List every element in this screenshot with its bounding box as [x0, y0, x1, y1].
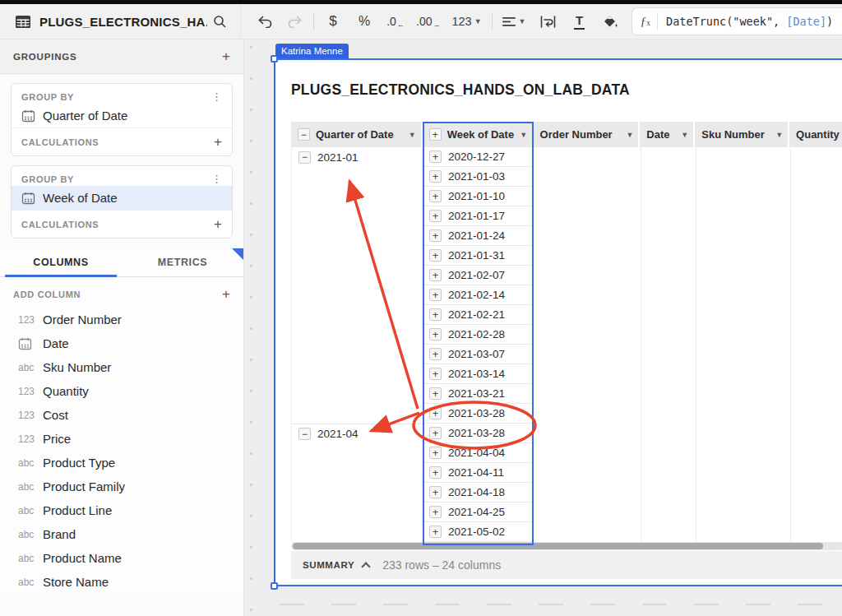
expand-row-button[interactable]: + — [429, 486, 442, 498]
chevron-up-icon[interactable] — [362, 562, 371, 571]
expand-row-button[interactable]: + — [429, 368, 442, 380]
collapse-row-button[interactable]: − — [298, 151, 311, 164]
horizontal-scrollbar-thumb[interactable] — [293, 543, 823, 549]
group-field-quarter-of-date[interactable]: Quarter of Date — [12, 104, 232, 127]
selection-handle-top-left[interactable] — [271, 55, 278, 63]
currency-format-button[interactable]: $ — [321, 9, 345, 34]
collapse-panel-icon[interactable] — [232, 248, 243, 260]
tab-columns[interactable]: COLUMNS — [0, 248, 122, 276]
week-row[interactable]: + 2021-03-14 — [423, 364, 534, 384]
selection-handle-bottom-left[interactable] — [271, 582, 278, 590]
column-list-item[interactable]: abc Sku Number — [0, 355, 243, 379]
expand-row-button[interactable]: + — [429, 229, 442, 242]
expand-collapse-button[interactable]: + — [429, 128, 442, 141]
chevron-down-icon[interactable]: ▼ — [520, 131, 527, 139]
expand-row-button[interactable]: + — [429, 308, 442, 321]
percent-format-button[interactable]: % — [352, 9, 377, 34]
week-row[interactable]: + 2021-05-02 — [423, 522, 534, 542]
expand-row-button[interactable]: + — [429, 348, 442, 360]
week-row[interactable]: + 2021-03-28 — [423, 424, 534, 443]
column-list-item[interactable]: abc Brand — [0, 522, 243, 546]
add-column-button[interactable]: + — [222, 287, 230, 301]
week-row[interactable]: + 2021-01-24 — [423, 226, 534, 246]
expand-row-button[interactable]: + — [429, 289, 442, 301]
week-row[interactable]: + 2021-03-21 — [423, 384, 534, 404]
kebab-menu-icon[interactable]: ⋮ — [211, 91, 222, 102]
week-row[interactable]: + 2021-04-04 — [423, 443, 534, 463]
week-row[interactable]: + 2021-01-10 — [423, 187, 534, 206]
number-format-dropdown[interactable]: 123▼ — [448, 9, 484, 34]
column-list-item[interactable]: Date — [0, 331, 243, 355]
redo-button[interactable] — [282, 9, 307, 34]
expand-row-button[interactable]: + — [429, 526, 442, 538]
kebab-menu-icon[interactable]: ⋮ — [211, 174, 222, 184]
column-list-item[interactable]: 123 Cost — [0, 403, 243, 427]
fill-color-button[interactable] — [599, 9, 623, 34]
quarter-of-date-column[interactable]: − 2021-01 − 2021-04 — [291, 147, 423, 542]
collapse-row-button[interactable]: − — [298, 428, 311, 440]
expand-row-button[interactable]: + — [429, 506, 442, 518]
week-row[interactable]: + 2021-03-28 — [423, 404, 534, 424]
document-title[interactable]: PLUGS_ELECTRONICS_HA… — [39, 15, 207, 29]
undo-button[interactable] — [252, 9, 277, 34]
group-field-week-of-date[interactable]: Week of Date — [12, 186, 232, 210]
week-row[interactable]: + 2021-01-31 — [423, 246, 534, 266]
week-row[interactable]: + 2021-01-03 — [423, 167, 534, 187]
week-row[interactable]: + 2021-02-21 — [423, 305, 534, 325]
wrap-text-button[interactable] — [536, 9, 561, 34]
quarter-group-row[interactable]: − 2021-04 — [292, 424, 423, 443]
week-row[interactable]: + 2021-04-18 — [423, 483, 534, 503]
week-row[interactable]: + 2021-01-17 — [423, 206, 534, 226]
chevron-down-icon[interactable]: ▼ — [775, 131, 783, 139]
increase-decimal-button[interactable]: .00→ — [413, 9, 443, 34]
expand-row-button[interactable]: + — [429, 407, 442, 419]
week-row[interactable]: + 2021-04-25 — [423, 503, 534, 522]
week-row[interactable]: + 2020-12-27 — [423, 147, 534, 167]
tab-metrics[interactable]: METRICS — [122, 248, 243, 276]
column-header-sku-number[interactable]: Sku Number ▼ — [695, 122, 788, 147]
column-list-item[interactable]: 123 Price — [0, 427, 243, 451]
expand-row-button[interactable]: + — [429, 387, 442, 400]
text-style-button[interactable]: T — [567, 9, 592, 34]
column-list-item[interactable]: abc Product Name — [0, 546, 243, 570]
week-row[interactable]: + 2021-02-28 — [423, 325, 534, 345]
expand-row-button[interactable]: + — [429, 427, 442, 439]
column-list-item[interactable]: abc Store Name — [0, 570, 243, 594]
week-row[interactable]: + 2021-03-07 — [423, 345, 534, 364]
expand-row-button[interactable]: + — [429, 249, 442, 262]
week-row[interactable]: + 2021-04-11 — [423, 463, 534, 483]
decrease-decimal-button[interactable]: .0← — [383, 9, 408, 34]
week-row[interactable]: + 2021-02-07 — [423, 266, 534, 285]
expand-row-button[interactable]: + — [429, 447, 442, 459]
column-header-quarter-of-date[interactable]: − Quarter of Date ▼ — [291, 122, 421, 147]
add-calculation-button[interactable]: + — [214, 217, 222, 231]
formula-text[interactable]: DateTrunc("week", [Date]) — [666, 15, 833, 28]
quarter-group-row[interactable]: − 2021-01 — [292, 147, 423, 167]
column-header-date[interactable]: Date ▼ — [640, 122, 693, 147]
chevron-down-icon[interactable]: ▼ — [409, 131, 416, 139]
column-list-item[interactable]: abc Product Type — [0, 451, 243, 475]
week-of-date-column[interactable]: + 2020-12-27 + 2021-01-03 + 2021-01-10 +… — [423, 147, 534, 542]
column-header-week-of-date[interactable]: + Week of Date ▼ — [423, 122, 532, 147]
column-list-item[interactable]: abc Product Family — [0, 475, 243, 498]
expand-row-button[interactable]: + — [429, 151, 442, 163]
table-title[interactable]: PLUGS_ELECTRONICS_HANDS_ON_LAB_DATA — [291, 81, 630, 99]
column-list-item[interactable]: abc Product Line — [0, 498, 243, 522]
expand-collapse-button[interactable]: − — [298, 128, 310, 141]
column-list-item[interactable]: 123 Quantity — [0, 379, 243, 403]
expand-row-button[interactable]: + — [429, 269, 442, 281]
expand-row-button[interactable]: + — [429, 210, 442, 222]
formula-bar[interactable]: ƒx DateTrunc("week", [Date]) — [632, 7, 842, 35]
chevron-down-icon[interactable]: ▼ — [626, 131, 633, 139]
search-icon[interactable] — [207, 9, 232, 34]
align-dropdown[interactable]: ▼ — [499, 9, 530, 34]
expand-row-button[interactable]: + — [429, 190, 442, 202]
add-calculation-button[interactable]: + — [214, 135, 222, 149]
expand-row-button[interactable]: + — [429, 466, 442, 479]
column-header-quantity[interactable]: Quantity ▼ — [789, 122, 842, 147]
column-list-item[interactable]: 123 Order Number — [0, 308, 243, 331]
column-header-order-number[interactable]: Order Number ▼ — [534, 122, 639, 147]
expand-row-button[interactable]: + — [429, 170, 442, 183]
add-grouping-button[interactable]: + — [222, 49, 230, 63]
expand-row-button[interactable]: + — [429, 328, 442, 340]
